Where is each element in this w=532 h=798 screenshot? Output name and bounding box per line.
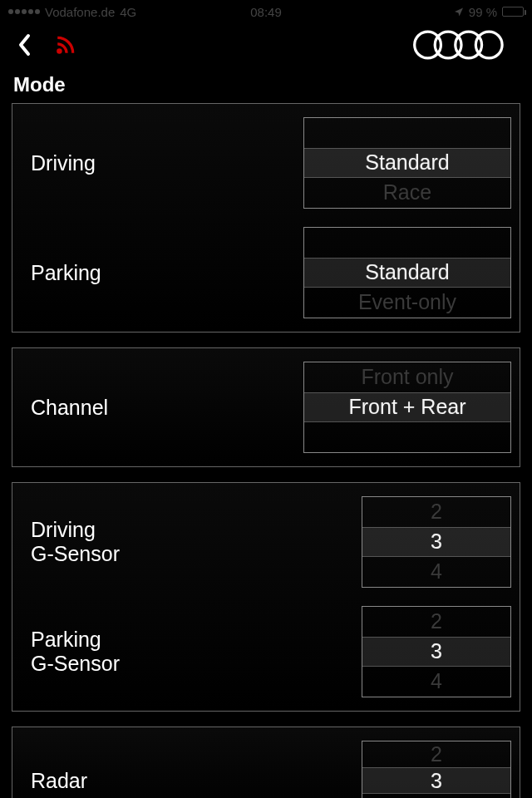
- picker-selected: Standard: [304, 258, 510, 288]
- signal-dots-icon: [8, 9, 40, 14]
- picker-selected: Front + Rear: [304, 392, 510, 422]
- channel-group: Channel Front only Front + Rear: [12, 347, 520, 467]
- carrier-label: Vodafone.de: [45, 5, 115, 19]
- mode-group: Driving Standard Race Parking Standard E…: [12, 103, 520, 332]
- picker-next: [304, 422, 510, 452]
- picker-next: 4: [362, 667, 510, 697]
- battery-pct: 99 %: [469, 5, 497, 19]
- label-radar: Radar: [21, 769, 362, 793]
- row-radar: Radar 2 3: [21, 734, 511, 798]
- picker-channel[interactable]: Front only Front + Rear: [303, 362, 511, 453]
- status-right: 99 %: [454, 5, 524, 19]
- picker-driving-gsensor[interactable]: 2 3 4: [362, 496, 511, 588]
- picker-selected: 3: [362, 767, 510, 794]
- label-driving-gsensor: Driving G-Sensor: [21, 518, 362, 566]
- row-channel: Channel Front only Front + Rear: [21, 355, 511, 460]
- picker-prev: 2: [362, 497, 510, 527]
- network-label: 4G: [120, 5, 136, 19]
- label-parking: Parking: [21, 261, 303, 285]
- svg-point-0: [57, 48, 62, 54]
- location-icon: [454, 5, 464, 19]
- picker-radar[interactable]: 2 3: [362, 741, 511, 798]
- row-parking-gsensor: Parking G-Sensor 2 3 4: [21, 599, 511, 704]
- picker-prev: 2: [362, 607, 510, 637]
- audi-logo-icon: [407, 26, 515, 67]
- row-driving-gsensor: Driving G-Sensor 2 3 4: [21, 490, 511, 594]
- row-parking: Parking Standard Event-only: [21, 220, 511, 325]
- gsensor-group: Driving G-Sensor 2 3 4 Parking G-Sensor …: [12, 482, 520, 712]
- picker-next: 4: [362, 557, 510, 587]
- picker-selected: 3: [362, 527, 510, 557]
- label-channel: Channel: [21, 396, 303, 420]
- status-time: 08:49: [250, 5, 282, 19]
- label-parking-gsensor: Parking G-Sensor: [21, 628, 362, 676]
- picker-prev: [304, 118, 510, 148]
- radar-group: Radar 2 3: [12, 727, 520, 798]
- picker-next: [362, 794, 510, 798]
- battery-icon: [502, 7, 524, 17]
- picker-prev: [304, 228, 510, 258]
- picker-next: Event-only: [304, 288, 510, 318]
- label-driving: Driving: [21, 151, 303, 175]
- back-button[interactable]: [17, 33, 33, 60]
- picker-prev: Front only: [304, 362, 510, 392]
- picker-driving[interactable]: Standard Race: [303, 117, 511, 209]
- picker-parking-gsensor[interactable]: 2 3 4: [362, 606, 511, 697]
- picker-parking[interactable]: Standard Event-only: [303, 227, 511, 318]
- picker-next: Race: [304, 178, 510, 208]
- signal-connection-icon[interactable]: [55, 34, 76, 59]
- picker-selected: 3: [362, 637, 510, 667]
- status-left: Vodafone.de 4G: [8, 5, 136, 19]
- status-bar: Vodafone.de 4G 08:49 99 %: [0, 0, 532, 23]
- page-title: Mode: [0, 70, 532, 103]
- picker-prev: 2: [362, 741, 510, 767]
- svg-point-4: [475, 32, 502, 58]
- row-driving: Driving Standard Race: [21, 111, 511, 215]
- nav-bar: [0, 23, 532, 70]
- picker-selected: Standard: [304, 148, 510, 178]
